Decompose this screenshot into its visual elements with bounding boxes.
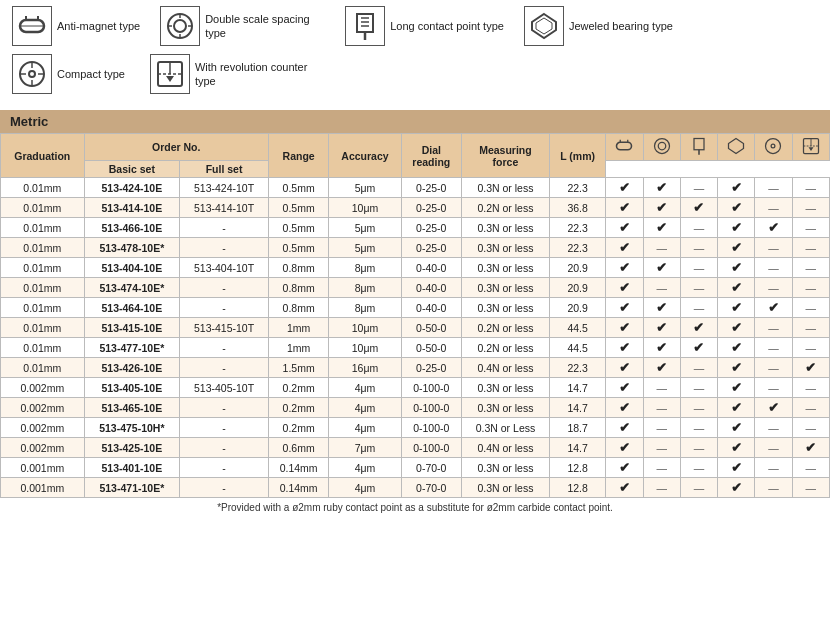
table-cell: ✔ <box>718 178 755 198</box>
table-cell: — <box>755 358 792 378</box>
table-cell: 0.01mm <box>1 318 85 338</box>
table-cell: 513-478-10E* <box>84 238 180 258</box>
table-row: 0.01mm513-474-10E*-0.8mm8μm0-40-00.3N or… <box>1 278 830 298</box>
table-cell: — <box>643 418 680 438</box>
table-cell: — <box>755 258 792 278</box>
table-cell: 513-414-10T <box>180 198 269 218</box>
table-cell: 0.001mm <box>1 458 85 478</box>
col-measuring-force: Measuringforce <box>461 134 549 178</box>
table-cell: 0-70-0 <box>401 458 461 478</box>
table-cell: 0.01mm <box>1 178 85 198</box>
table-cell: — <box>680 258 717 278</box>
table-cell: — <box>680 438 717 458</box>
table-cell: ✔ <box>643 298 680 318</box>
table-cell: - <box>180 338 269 358</box>
table-cell: — <box>755 278 792 298</box>
table-cell: - <box>180 358 269 378</box>
table-cell: ✔ <box>643 178 680 198</box>
table-cell: ✔ <box>680 338 717 358</box>
svg-rect-32 <box>694 139 704 150</box>
table-cell: 12.8 <box>549 458 605 478</box>
table-cell: 1mm <box>268 318 328 338</box>
metric-section-header: Metric <box>0 110 830 133</box>
table-cell: — <box>792 398 829 418</box>
table-cell: 0-40-0 <box>401 298 461 318</box>
table-cell: - <box>180 458 269 478</box>
table-cell: 513-474-10E* <box>84 278 180 298</box>
table-cell: ✔ <box>643 318 680 338</box>
table-cell: — <box>643 378 680 398</box>
compact-label: Compact type <box>57 67 125 81</box>
table-cell: 0.3N or less <box>461 298 549 318</box>
svg-marker-26 <box>166 76 174 82</box>
table-cell: 513-466-10E <box>84 218 180 238</box>
table-cell: 0.5mm <box>268 178 328 198</box>
table-cell: ✔ <box>606 378 643 398</box>
table-cell: ✔ <box>755 218 792 238</box>
table-cell: 4μm <box>329 478 401 498</box>
table-cell: — <box>792 338 829 358</box>
table-cell: ✔ <box>718 338 755 358</box>
revolution-counter-label: With revolution counter type <box>195 60 315 89</box>
table-cell: — <box>755 458 792 478</box>
table-cell: — <box>680 458 717 478</box>
table-cell: ✔ <box>718 458 755 478</box>
table-cell: 513-415-10T <box>180 318 269 338</box>
table-cell: 22.3 <box>549 178 605 198</box>
table-cell: 0.2N or less <box>461 338 549 358</box>
table-row: 0.002mm513-475-10H*-0.2mm4μm0-100-00.3N … <box>1 418 830 438</box>
col-order-no: Order No. <box>84 134 268 161</box>
table-cell: 14.7 <box>549 438 605 458</box>
table-cell: 513-477-10E* <box>84 338 180 358</box>
table-cell: — <box>792 218 829 238</box>
table-cell: — <box>680 418 717 438</box>
col-graduation: Graduation <box>1 134 85 178</box>
table-cell: 0.14mm <box>268 458 328 478</box>
revolution-counter-icon <box>150 54 190 94</box>
table-row: 0.002mm513-405-10E513-405-10T0.2mm4μm0-1… <box>1 378 830 398</box>
table-cell: — <box>792 418 829 438</box>
table-cell: 513-475-10H* <box>84 418 180 438</box>
table-cell: 44.5 <box>549 318 605 338</box>
anti-magnet-label: Anti-magnet type <box>57 19 140 33</box>
table-cell: 0.3N or Less <box>461 418 549 438</box>
table-cell: 0.01mm <box>1 258 85 278</box>
double-scale-label: Double scale spacing type <box>205 12 325 41</box>
table-cell: — <box>680 178 717 198</box>
table-cell: 20.9 <box>549 258 605 278</box>
table-cell: — <box>680 478 717 498</box>
table-cell: 513-404-10E <box>84 258 180 278</box>
col-dial-reading: Dialreading <box>401 134 461 178</box>
table-cell: ✔ <box>755 398 792 418</box>
table-cell: - <box>180 478 269 498</box>
col-icon-jeweled <box>718 134 755 161</box>
table-cell: ✔ <box>643 198 680 218</box>
col-icon-compact <box>755 134 792 161</box>
table-cell: — <box>680 218 717 238</box>
table-cell: - <box>180 438 269 458</box>
table-cell: — <box>792 478 829 498</box>
col-l: L (mm) <box>549 134 605 178</box>
table-row: 0.001mm513-401-10E-0.14mm4μm0-70-00.3N o… <box>1 458 830 478</box>
table-cell: 513-404-10T <box>180 258 269 278</box>
table-cell: 0.3N or less <box>461 458 549 478</box>
table-cell: 0.002mm <box>1 438 85 458</box>
svg-rect-27 <box>617 142 632 150</box>
table-cell: — <box>792 198 829 218</box>
table-cell: 0-50-0 <box>401 338 461 358</box>
table-cell: ✔ <box>606 458 643 478</box>
icon-long-contact: Long contact point type <box>345 6 504 46</box>
table-row: 0.002mm513-465-10E-0.2mm4μm0-100-00.3N o… <box>1 398 830 418</box>
product-table: Graduation Order No. Range Accuracy Dial… <box>0 133 830 498</box>
table-cell: — <box>755 478 792 498</box>
table-cell: 8μm <box>329 278 401 298</box>
table-cell: 513-424-10T <box>180 178 269 198</box>
jeweled-bearing-icon <box>524 6 564 46</box>
table-cell: — <box>792 278 829 298</box>
table-cell: — <box>792 318 829 338</box>
table-cell: — <box>792 238 829 258</box>
table-cell: — <box>755 438 792 458</box>
col-full-set: Full set <box>180 161 269 178</box>
table-cell: — <box>792 298 829 318</box>
table-cell: 513-464-10E <box>84 298 180 318</box>
